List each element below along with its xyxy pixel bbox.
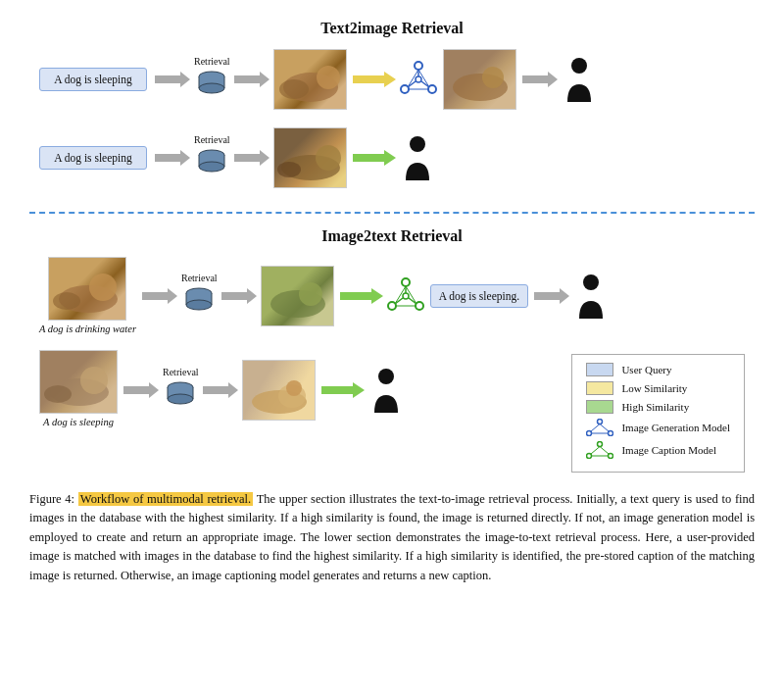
svg-point-68 bbox=[168, 394, 193, 404]
bottom-rows: A dog is drinking water Retrieval bbox=[29, 257, 755, 473]
svg-point-52 bbox=[416, 302, 423, 310]
svg-point-24 bbox=[571, 58, 587, 74]
svg-line-59 bbox=[406, 286, 416, 304]
retrieved-image-4 bbox=[242, 360, 316, 421]
database-icon-4 bbox=[163, 378, 198, 414]
person-icon-1 bbox=[564, 57, 595, 102]
legend: User Query Low Similarity High Similarit… bbox=[571, 354, 745, 473]
person-icon-2 bbox=[402, 135, 433, 180]
input-label-1: A dog is drinking water bbox=[39, 324, 136, 334]
svg-point-34 bbox=[277, 162, 301, 177]
caption-model-1 bbox=[387, 277, 424, 315]
svg-line-87 bbox=[600, 447, 609, 455]
arrow-to-img-3 bbox=[221, 287, 257, 305]
svg-point-28 bbox=[199, 162, 224, 172]
arrow-to-person-1 bbox=[522, 71, 558, 88]
image-gen-model-1 bbox=[400, 61, 437, 98]
svg-point-83 bbox=[598, 442, 603, 447]
svg-line-19 bbox=[408, 70, 418, 87]
svg-line-86 bbox=[591, 447, 600, 455]
svg-line-20 bbox=[418, 70, 429, 87]
svg-point-13 bbox=[428, 85, 436, 93]
arrow-to-db-4 bbox=[123, 381, 159, 399]
database-icon-3 bbox=[181, 284, 217, 320]
svg-point-33 bbox=[316, 145, 341, 171]
top-row-2: A dog is sleeping Retrieval bbox=[39, 127, 745, 188]
svg-point-11 bbox=[415, 62, 422, 70]
db-stack-2: Retrieval bbox=[194, 134, 230, 181]
legend-label-low-sim: Low Similarity bbox=[621, 382, 687, 394]
svg-point-50 bbox=[402, 278, 410, 286]
high-sim-arrow-2 bbox=[340, 286, 383, 306]
db-stack-1: Retrieval bbox=[194, 56, 230, 103]
svg-line-58 bbox=[395, 286, 406, 304]
svg-line-17 bbox=[421, 81, 429, 87]
svg-marker-0 bbox=[155, 72, 190, 87]
figure-caption: Figure 4: Workflow of multimodal retriev… bbox=[29, 490, 755, 585]
svg-point-76 bbox=[378, 369, 394, 384]
caption-model-icon-legend bbox=[586, 441, 613, 459]
svg-marker-25 bbox=[155, 150, 190, 166]
svg-point-74 bbox=[286, 380, 302, 396]
svg-marker-75 bbox=[321, 382, 365, 398]
legend-user-query: User Query bbox=[586, 363, 730, 376]
svg-point-61 bbox=[583, 274, 599, 290]
svg-line-81 bbox=[600, 424, 609, 432]
svg-point-3 bbox=[199, 83, 224, 93]
svg-marker-10 bbox=[353, 72, 396, 87]
svg-marker-60 bbox=[534, 288, 569, 304]
svg-point-64 bbox=[44, 385, 72, 403]
arrow-to-img-1 bbox=[234, 71, 270, 88]
svg-point-39 bbox=[53, 292, 80, 310]
legend-label-high-sim: High Similarity bbox=[621, 401, 689, 413]
svg-marker-49 bbox=[340, 288, 383, 304]
svg-marker-71 bbox=[203, 382, 238, 398]
top-rows: A dog is sleeping Retrieval bbox=[29, 49, 755, 198]
database-icon-1 bbox=[194, 68, 229, 103]
svg-line-80 bbox=[591, 424, 600, 432]
input-image-1: A dog is drinking water bbox=[39, 257, 136, 334]
svg-marker-35 bbox=[353, 150, 396, 166]
legend-caption-model: Image Caption Model bbox=[586, 441, 730, 459]
section-divider bbox=[29, 212, 755, 214]
arrow-to-db-3 bbox=[142, 287, 177, 305]
svg-point-14 bbox=[416, 76, 421, 82]
svg-marker-65 bbox=[123, 382, 159, 398]
legend-img-gen: Image Generation Model bbox=[586, 419, 730, 436]
svg-line-55 bbox=[395, 298, 403, 304]
svg-point-8 bbox=[317, 66, 340, 89]
database-icon-2 bbox=[194, 146, 229, 181]
svg-point-85 bbox=[609, 454, 613, 459]
arrow-to-img-4 bbox=[203, 381, 238, 399]
svg-point-78 bbox=[587, 431, 592, 436]
svg-marker-6 bbox=[234, 72, 270, 87]
arrow-to-person-3 bbox=[534, 287, 569, 305]
top-row-1: A dog is sleeping Retrieval bbox=[39, 49, 745, 110]
person-icon-4 bbox=[370, 368, 402, 413]
img-gen-icon-legend bbox=[586, 419, 613, 436]
svg-point-84 bbox=[587, 454, 592, 459]
svg-line-56 bbox=[409, 298, 416, 304]
db-stack-4: Retrieval bbox=[163, 367, 199, 414]
input-image-2: A dog is sleeping bbox=[39, 350, 118, 427]
svg-marker-23 bbox=[522, 72, 558, 87]
high-sim-arrow-3 bbox=[321, 380, 365, 400]
arrow-to-img-2 bbox=[234, 149, 270, 167]
bottom-diagram-section: Image2text Retrieval A dog is drinking w… bbox=[29, 227, 755, 473]
db-stack-3: Retrieval bbox=[181, 273, 218, 320]
bottom-title: Image2text Retrieval bbox=[29, 227, 755, 245]
query-box-2: A dog is sleeping bbox=[39, 146, 147, 170]
high-sim-arrow-1 bbox=[353, 148, 396, 168]
svg-point-9 bbox=[279, 79, 309, 99]
query-box-1: A dog is sleeping bbox=[39, 68, 147, 91]
low-sim-swatch bbox=[586, 381, 613, 395]
svg-point-79 bbox=[609, 431, 613, 436]
figure-number: Figure 4: bbox=[29, 492, 74, 506]
bottom-row-1: A dog is drinking water Retrieval bbox=[39, 257, 745, 334]
legend-label-user-query: User Query bbox=[621, 364, 671, 375]
svg-point-48 bbox=[299, 282, 322, 306]
retrieved-image-1 bbox=[273, 49, 347, 110]
caption-highlight: Workflow of multimodal retrieval. bbox=[78, 492, 253, 506]
top-diagram-section: Text2image Retrieval A dog is sleeping R… bbox=[29, 20, 755, 198]
svg-marker-46 bbox=[221, 288, 257, 304]
